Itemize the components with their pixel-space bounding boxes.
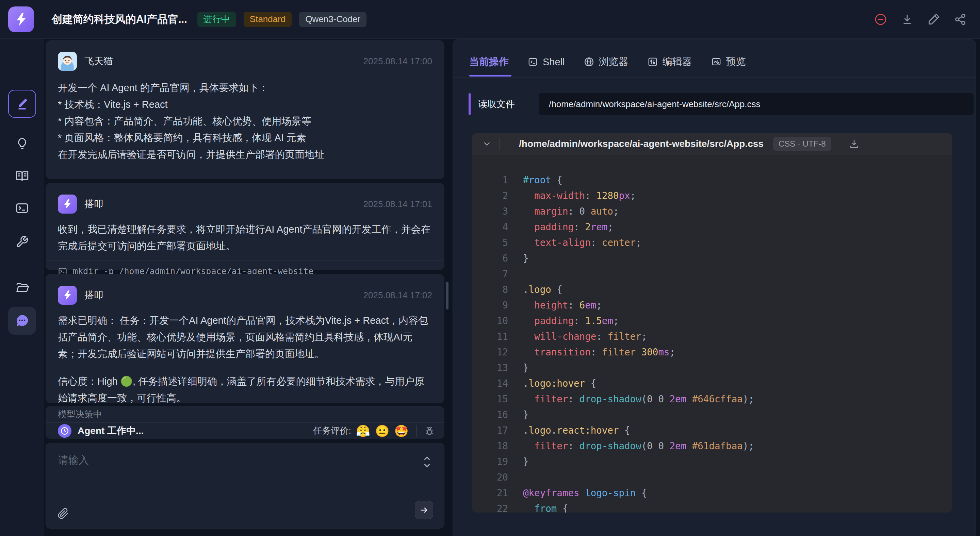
message-line: * 内容包含：产品简介、产品功能、核心优势、使用场景等: [58, 113, 432, 130]
bug-icon[interactable]: [424, 425, 435, 436]
model-badge: Qwen3-Coder: [299, 12, 366, 27]
file-path: /home/admin/workspace/ai-agent-website/s…: [519, 138, 764, 149]
download-icon[interactable]: [849, 139, 859, 149]
sidebar-item-knowledge[interactable]: [8, 162, 36, 190]
rating-emoji-good[interactable]: 🤩: [395, 424, 409, 438]
model-deciding-label: 模型决策中: [46, 406, 444, 422]
preview-icon: [711, 57, 721, 67]
active-tab-underline: [469, 75, 511, 76]
tab-current-action[interactable]: 当前操作: [469, 55, 509, 69]
arrow-right-icon: [419, 505, 429, 515]
timestamp: 2025.08.14 17:02: [363, 290, 432, 301]
badges: 进行中 Standard Qwen3-Coder: [197, 12, 366, 27]
code-line: 13}: [472, 360, 952, 376]
expand-collapse-icon[interactable]: [421, 455, 433, 470]
timestamp: 2025.08.14 17:01: [363, 199, 432, 209]
message-agent-2: 搭叩 2025.08.14 17:02 需求已明确： 任务：开发一个AI Age…: [46, 274, 444, 403]
accent-bar: [469, 93, 471, 115]
attachment-icon[interactable]: [57, 508, 69, 519]
stop-icon[interactable]: [875, 13, 887, 25]
sender-name: 搭叩: [84, 198, 103, 211]
timestamp: 2025.08.14 17:00: [363, 56, 432, 67]
avatar: [58, 52, 77, 71]
page-title: 创建简约科技风的AI产品官...: [52, 12, 187, 27]
code-line: 22 from {: [472, 501, 952, 512]
panel-tabs: 当前操作 Shell 浏览器 编辑器: [469, 52, 746, 72]
lightbulb-icon: [16, 137, 29, 150]
code-line: 16}: [472, 407, 952, 422]
code-line: 12 transition: filter 300ms;: [472, 344, 952, 360]
file-type-badge: CSS · UTF-8: [773, 137, 831, 151]
agent-avatar: [58, 286, 77, 305]
agent-working-label: Agent 工作中...: [78, 425, 143, 438]
divider: [416, 425, 417, 437]
tab-label: 编辑器: [662, 55, 692, 69]
terminal-icon: [528, 57, 538, 67]
file-viewer-header: /home/admin/workspace/ai-agent-website/s…: [472, 133, 952, 154]
code-line: 11 will-change: filter;: [472, 328, 952, 344]
download-icon[interactable]: [901, 13, 913, 25]
chat-input-card: [46, 443, 444, 528]
action-panel: 当前操作 Shell 浏览器 编辑器: [453, 39, 976, 536]
code-line: 4 padding: 2rem;: [472, 219, 952, 235]
sidebar-item-tools[interactable]: [8, 228, 36, 256]
share-icon[interactable]: [954, 13, 966, 25]
agent-avatar: [58, 195, 77, 214]
code-line: 14.logo:hover {: [472, 376, 952, 391]
code-line: 18 filter: drop-shadow(0 0 2em #61dafbaa…: [472, 438, 952, 454]
tab-editor[interactable]: 编辑器: [648, 55, 692, 69]
tab-browser[interactable]: 浏览器: [584, 55, 628, 69]
message-line: * 技术栈：Vite.js + React: [58, 96, 432, 113]
sidebar: [0, 39, 44, 536]
code-line: 9 height: 6em;: [472, 297, 952, 313]
lightning-icon: [62, 290, 73, 301]
code-line: 17.logo.react:hover {: [472, 422, 952, 438]
message-body: 收到，我已清楚理解任务要求，将立即开始进行AI Agent产品官网的开发工作，并…: [58, 221, 432, 254]
divider: [453, 77, 976, 78]
wrench-icon: [16, 235, 29, 248]
sidebar-item-chat[interactable]: [8, 307, 36, 335]
send-button[interactable]: [415, 501, 433, 519]
sidebar-item-terminal[interactable]: [8, 194, 36, 222]
code-line: 2 max-width: 1280px;: [472, 188, 952, 203]
tab-preview[interactable]: 预览: [711, 55, 746, 69]
plan-badge: Standard: [243, 12, 292, 27]
chat-input[interactable]: [58, 454, 405, 498]
code-line: 21@keyframes logo-spin {: [472, 485, 952, 501]
code-line: 1#root {: [472, 172, 952, 188]
divider: [46, 260, 444, 261]
code-line: 10 padding: 1.5em;: [472, 313, 952, 328]
chat-bubble-icon: [14, 313, 30, 328]
tab-label: Shell: [543, 57, 565, 68]
code-line: 8.logo {: [472, 282, 952, 297]
code-line: 5 text-align: center;: [472, 235, 952, 250]
sidebar-item-files[interactable]: [8, 273, 36, 301]
agent-status-card: 模型决策中 Agent 工作中... 任务评价: 😤 😐 🤩: [46, 406, 444, 439]
message-line: * 页面风格：整体风格要简约，具有科技感，体现 AI 元素: [58, 130, 432, 146]
app-logo[interactable]: [8, 6, 34, 32]
message-agent-1: 搭叩 2025.08.14 17:01 收到，我已清楚理解任务要求，将立即开始进…: [46, 183, 444, 270]
file-viewer: /home/admin/workspace/ai-agent-website/s…: [472, 133, 952, 512]
tab-label: 当前操作: [469, 55, 509, 69]
sidebar-item-tasks[interactable]: [8, 90, 36, 118]
scrollbar-thumb[interactable]: [446, 282, 449, 309]
lightning-icon: [62, 198, 73, 209]
code-line: 7: [472, 266, 952, 282]
code-line: 6}: [472, 250, 952, 266]
avatar-image: [58, 52, 77, 71]
status-badge: 进行中: [197, 12, 236, 27]
chevron-down-icon[interactable]: [482, 139, 492, 149]
tab-label: 预览: [726, 55, 746, 69]
folder-icon: [15, 281, 29, 294]
edit-icon[interactable]: [928, 13, 940, 25]
sidebar-item-ideas[interactable]: [8, 130, 36, 158]
sender-name: 搭叩: [84, 289, 103, 302]
message-line: 开发一个 AI Agent 的产品官网，具体要求如下：: [58, 79, 432, 96]
rating-label: 任务评价:: [313, 425, 351, 437]
rating-emoji-bad[interactable]: 😤: [356, 424, 370, 438]
rating-emoji-neutral[interactable]: 😐: [375, 424, 389, 438]
book-icon: [15, 170, 29, 183]
code-line: 20: [472, 469, 952, 485]
action-file-path: /home/admin/workspace/ai-agent-website/s…: [539, 93, 974, 115]
tab-shell[interactable]: Shell: [528, 57, 565, 68]
